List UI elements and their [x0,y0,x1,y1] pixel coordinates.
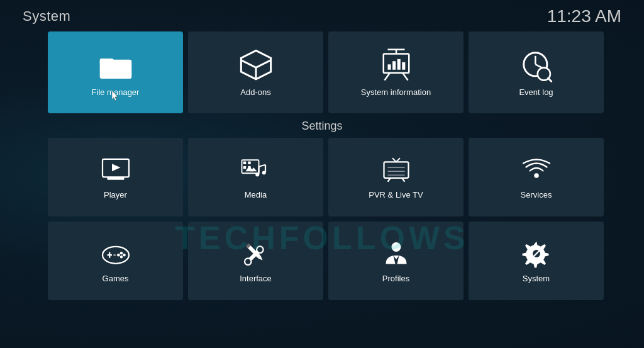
svg-point-31 [255,173,259,177]
tile-pvr-live-tv[interactable]: PVR & Live TV [328,138,464,216]
svg-rect-14 [402,62,405,69]
tile-media[interactable]: Media [188,138,323,216]
pvr-icon [381,155,411,185]
tile-system[interactable]: System [469,222,604,300]
svg-marker-4 [241,50,270,67]
profiles-icon [381,239,411,269]
svg-line-9 [384,72,389,80]
tile-profiles[interactable]: Profiles [328,222,464,300]
event-log-icon [519,48,553,82]
svg-rect-13 [397,59,400,69]
bottom-grid: Player Media [10,138,634,300]
svg-rect-24 [243,162,246,165]
page-wrapper: System 11:23 AM File manager [0,0,644,348]
tile-file-manager[interactable]: File manager [48,31,183,113]
svg-point-32 [262,171,265,175]
interface-icon [241,239,271,269]
tile-add-ons-label: Add-ons [240,87,270,97]
system-icon [521,239,552,269]
tile-interface[interactable]: Interface [188,222,323,300]
svg-rect-12 [392,61,396,70]
tile-file-manager-label: File manager [92,87,140,97]
svg-line-17 [535,64,541,67]
svg-point-48 [123,254,126,257]
media-icon [241,155,271,185]
folder-icon [99,48,133,82]
tile-interface-label: Interface [240,274,272,283]
svg-rect-11 [387,64,391,69]
header: System 11:23 AM [10,0,634,31]
top-grid: File manager Add-ons [10,31,634,113]
svg-point-43 [534,173,539,178]
tile-media-label: Media [245,190,267,199]
tile-services[interactable]: Services [469,138,604,216]
clock: 11:23 AM [547,6,621,26]
svg-line-19 [548,78,551,81]
svg-point-59 [391,242,401,252]
page-title: System [23,8,70,25]
svg-line-29 [258,165,265,167]
tile-pvr-live-tv-label: PVR & Live TV [369,190,423,199]
tile-profiles-label: Profiles [382,274,409,283]
system-info-icon [379,48,413,82]
svg-marker-22 [112,164,121,171]
svg-point-49 [119,255,123,259]
svg-rect-21 [107,177,124,180]
services-icon [521,155,552,185]
tile-games[interactable]: Games [48,222,183,300]
svg-rect-2 [101,60,130,77]
tile-system-label: System [523,274,550,283]
svg-rect-52 [116,255,119,256]
tile-event-log[interactable]: Event log [469,31,604,113]
tile-system-information-label: System information [361,87,431,97]
svg-rect-25 [248,162,251,165]
tile-games-label: Games [103,274,129,283]
settings-label: Settings [10,113,634,138]
addons-icon [239,48,273,82]
tile-player-label: Player [104,190,127,199]
svg-rect-51 [113,255,116,256]
tile-add-ons[interactable]: Add-ons [188,31,323,113]
tile-event-log-label: Event log [519,87,553,97]
tile-system-information[interactable]: System information [328,31,464,113]
svg-point-47 [119,252,123,255]
player-icon [101,155,131,185]
tile-services-label: Services [521,190,552,199]
svg-line-10 [402,72,408,80]
svg-rect-26 [243,166,246,169]
tile-player[interactable]: Player [48,138,183,216]
games-icon [101,239,131,269]
